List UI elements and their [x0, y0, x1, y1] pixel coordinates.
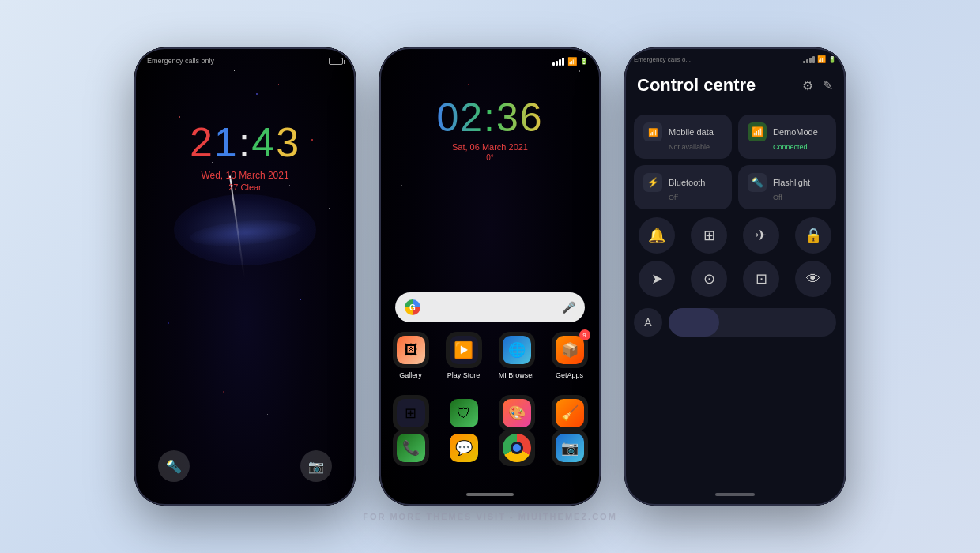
- flashlight-status: Off: [748, 194, 827, 201]
- home-status-right: 📶 🔋: [552, 57, 588, 66]
- messages-icon: 💬: [446, 430, 482, 466]
- mobile-data-status: Not available: [643, 143, 722, 151]
- lock-weather: 27 Clear: [134, 182, 356, 192]
- emergency-text: Emergency calls only: [147, 57, 214, 65]
- demomode-tile[interactable]: 📶 DemoMode Connected: [738, 115, 836, 159]
- home-date-line: Sat, 06 March 2021: [379, 142, 601, 152]
- status-icons: [329, 58, 343, 65]
- expand-btn[interactable]: ⊡: [743, 261, 779, 297]
- phone-lockscreen: Emergency calls only 21:43 Wed, 10 March…: [134, 47, 356, 506]
- quick-icons-1: 🔔 ⊞ ✈ 🔒: [634, 217, 836, 254]
- phone-icon: 📞: [393, 430, 429, 466]
- signal-bars-control: [803, 56, 815, 63]
- bluetooth-tile[interactable]: ⚡ Bluetooth Off: [634, 165, 732, 209]
- bluetooth-name: Bluetooth: [669, 178, 705, 187]
- screenshot-btn[interactable]: ⊞: [691, 217, 727, 254]
- getapps-badge: 9: [579, 329, 590, 340]
- demomode-status: Connected: [748, 143, 827, 151]
- slider-fill: [669, 308, 719, 337]
- battery-home: 🔋: [580, 58, 588, 65]
- camera-app-icon: 📷: [552, 430, 588, 466]
- google-icon: ⊞: [393, 395, 429, 431]
- status-bar-control: Emergency calls o... 📶 🔋: [634, 55, 836, 63]
- edit-icon[interactable]: ✎: [823, 78, 833, 93]
- home-indicator: [466, 493, 514, 496]
- bluetooth-icon: ⚡: [643, 173, 662, 192]
- mibrowser-label: MI Browser: [499, 371, 535, 379]
- home-time: 02:36: [379, 95, 601, 141]
- location-btn[interactable]: ➤: [639, 261, 675, 297]
- google-logo: G: [405, 299, 420, 315]
- screen-record-btn[interactable]: ⊙: [691, 261, 727, 297]
- lock-btn[interactable]: 🔒: [795, 217, 831, 254]
- control-status-right: 📶 🔋: [803, 55, 836, 63]
- emergency-control: Emergency calls o...: [634, 56, 691, 63]
- playstore-label: Play Store: [447, 371, 481, 379]
- app-grid-1: 🖼 Gallery ▶️ Play Store 🌐 MI Browser 📦: [387, 332, 593, 379]
- wifi-tile-icon: 📶: [748, 122, 767, 141]
- app-getapps[interactable]: 📦 9 GetApps: [546, 332, 593, 379]
- app-grid-3: 📞 💬 📷: [387, 430, 593, 466]
- mibrowser-icon: 🌐: [499, 332, 535, 368]
- app-gallery[interactable]: 🖼 Gallery: [387, 332, 434, 379]
- text-size-btn[interactable]: A: [634, 308, 662, 337]
- flashlight-button[interactable]: 🔦: [158, 450, 190, 482]
- app-chrome[interactable]: [493, 430, 540, 466]
- chrome-icon: [499, 430, 535, 466]
- bluetooth-status: Off: [643, 194, 722, 201]
- search-bar[interactable]: G 🎤: [395, 292, 585, 322]
- flashlight-tile[interactable]: 🔦 Flashlight Off: [738, 165, 836, 209]
- mobile-data-name: Mobile data: [669, 127, 714, 137]
- camera-button[interactable]: 📷: [300, 450, 332, 482]
- phone-homescreen: 📶 🔋 02:36 Sat, 06 March 2021 0° G 🎤 🖼 Ga…: [379, 47, 601, 506]
- mobile-data-row: 📶 Mobile data: [643, 122, 722, 141]
- airplane-btn[interactable]: ✈: [743, 217, 779, 254]
- watermark: FOR MORE THEMES VISIT - MIUITHEMEZ.COM: [0, 512, 980, 521]
- app-camera[interactable]: 📷: [546, 430, 593, 466]
- signal-bars: [552, 58, 564, 66]
- flashlight-row: 🔦 Flashlight: [748, 173, 827, 192]
- home-temp: 0°: [379, 153, 601, 162]
- gallery-label: Gallery: [399, 371, 422, 379]
- lock-date-line: Wed, 10 March 2021: [134, 170, 356, 181]
- app-phone[interactable]: 📞: [387, 430, 434, 466]
- mic-icon[interactable]: 🎤: [561, 300, 575, 314]
- control-title-icons: ⚙ ✎: [802, 78, 833, 93]
- app-playstore[interactable]: ▶️ Play Store: [440, 332, 487, 379]
- home-indicator-control: [715, 493, 755, 496]
- lock-time: 21:43: [134, 118, 356, 166]
- battery-icon: [329, 58, 343, 65]
- mobile-data-icon: 📶: [643, 122, 662, 141]
- gallery-icon: 🖼: [393, 332, 429, 368]
- quick-icons-2: ➤ ⊙ ⊡ 👁: [634, 261, 836, 297]
- status-bar: Emergency calls only: [147, 57, 343, 65]
- demomode-name: DemoMode: [773, 127, 818, 137]
- slider-track[interactable]: [669, 308, 836, 337]
- control-title-row: Control centre ⚙ ✎: [637, 75, 833, 96]
- bottom-icons: 🔦 📷: [134, 450, 356, 482]
- battery-control: 🔋: [828, 56, 836, 63]
- status-bar-home: 📶 🔋: [392, 57, 588, 66]
- security-icon: 🛡: [446, 395, 482, 431]
- themes-icon: 🎨: [499, 395, 535, 431]
- mobile-data-tile[interactable]: 📶 Mobile data Not available: [634, 115, 732, 159]
- wifi-control: 📶: [817, 55, 826, 63]
- bluetooth-row: ⚡ Bluetooth: [643, 173, 722, 192]
- flashlight-tile-icon: 🔦: [748, 173, 767, 192]
- galaxy-background: [134, 47, 356, 506]
- eye-btn[interactable]: 👁: [795, 261, 831, 297]
- settings-icon[interactable]: ⚙: [802, 78, 813, 93]
- app-messages[interactable]: 💬: [440, 430, 487, 466]
- getapps-icon: 📦 9: [552, 332, 588, 368]
- app-mibrowser[interactable]: 🌐 MI Browser: [493, 332, 540, 379]
- slider-row: A: [634, 308, 836, 337]
- getapps-label: GetApps: [556, 371, 583, 379]
- control-tiles: 📶 Mobile data Not available 📶 DemoMode C…: [634, 115, 836, 209]
- lock-date: Wed, 10 March 2021 27 Clear: [134, 170, 356, 192]
- control-title: Control centre: [637, 75, 756, 96]
- playstore-icon: ▶️: [446, 332, 482, 368]
- wifi-icon-home: 📶: [567, 57, 577, 66]
- flashlight-name: Flashlight: [773, 178, 810, 187]
- notifications-btn[interactable]: 🔔: [639, 217, 675, 254]
- cleaner-icon: 🧹: [552, 395, 588, 431]
